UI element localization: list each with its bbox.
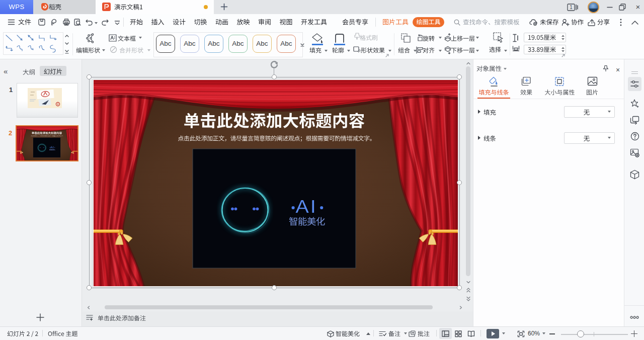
svg-text:1: 1: [570, 5, 573, 10]
